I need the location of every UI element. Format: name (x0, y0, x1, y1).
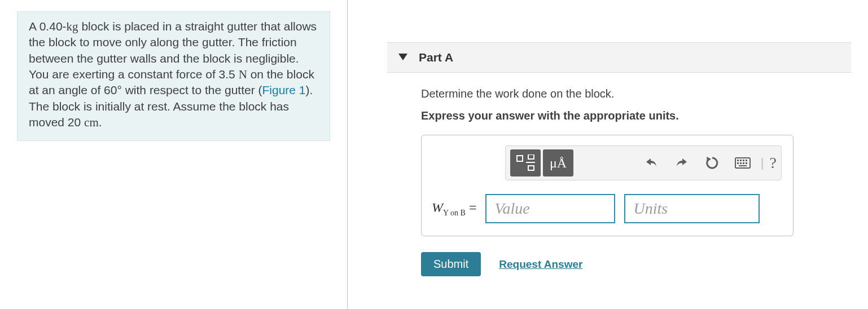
svg-rect-4 (528, 166, 534, 170)
part-instruction: Express your answer with the appropriate… (421, 109, 851, 122)
svg-rect-9 (743, 160, 744, 161)
keyboard-icon[interactable] (730, 151, 755, 175)
svg-rect-7 (737, 160, 739, 161)
svg-marker-5 (707, 157, 711, 162)
part-prompt: Determine the work done on the block. (421, 87, 851, 100)
templates-button[interactable] (510, 149, 541, 176)
svg-rect-13 (743, 162, 744, 164)
submit-button[interactable]: Submit (421, 252, 481, 276)
request-answer-link[interactable]: Request Answer (499, 258, 582, 271)
part-title: Part A (419, 51, 453, 64)
svg-rect-11 (737, 162, 739, 164)
variable-label: WY on B= (432, 200, 476, 218)
svg-rect-14 (746, 162, 747, 164)
svg-rect-12 (740, 162, 742, 164)
answer-box: μÅ (421, 135, 794, 236)
figure-link[interactable]: Figure 1 (262, 83, 305, 96)
svg-marker-0 (398, 54, 407, 60)
value-input[interactable]: Value (485, 194, 615, 223)
part-header[interactable]: Part A (387, 42, 851, 73)
problem-statement: A 0.40-kg block is placed in a straight … (17, 11, 330, 141)
answer-toolbar: μÅ (505, 145, 782, 180)
problem-text: A 0.40-kg block is placed in a straight … (29, 20, 317, 129)
caret-down-icon (398, 52, 407, 63)
toolbar-separator: | (761, 156, 764, 170)
svg-rect-2 (528, 154, 534, 159)
help-icon[interactable]: ? (770, 154, 777, 172)
units-button[interactable]: μÅ (543, 149, 573, 176)
svg-rect-8 (740, 160, 742, 161)
redo-icon[interactable] (669, 151, 694, 175)
svg-rect-1 (517, 156, 523, 161)
svg-rect-15 (739, 165, 747, 166)
svg-rect-10 (746, 160, 747, 161)
units-input[interactable]: Units (624, 194, 760, 223)
undo-icon[interactable] (639, 151, 664, 175)
reset-icon[interactable] (700, 151, 725, 175)
